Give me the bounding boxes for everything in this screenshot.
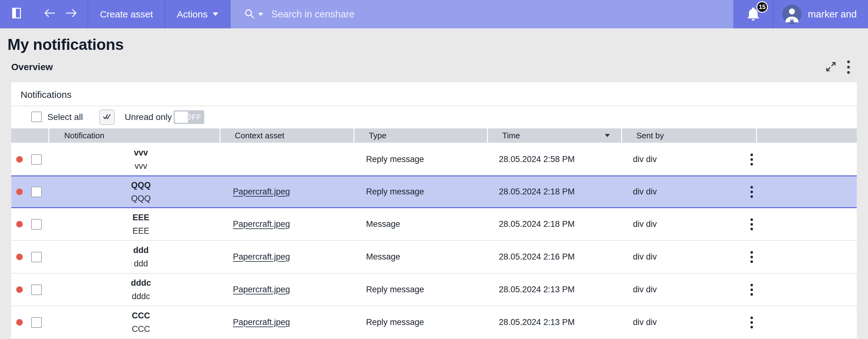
notification-title: CCC	[132, 312, 150, 320]
global-search	[230, 0, 733, 28]
column-header-time[interactable]: Time	[488, 128, 621, 143]
row-checkbox[interactable]	[31, 252, 42, 262]
type-cell: Reply message	[352, 143, 484, 175]
search-input[interactable]	[271, 9, 645, 20]
notification-subtitle: ddd	[134, 260, 148, 268]
back-arrow-icon	[44, 8, 56, 20]
time-cell: 28.05.2024 2:13 PM	[484, 274, 617, 306]
context-asset-link[interactable]: Papercraft.jpeg	[233, 317, 290, 327]
unread-dot	[16, 156, 23, 163]
kebab-icon	[750, 154, 753, 165]
mark-all-read-button[interactable]	[99, 109, 115, 125]
time-cell: 28.05.2024 2:58 PM	[484, 143, 617, 175]
column-header-context-asset[interactable]: Context asset	[220, 128, 353, 143]
row-checkbox[interactable]	[31, 187, 42, 197]
sidebar-toggle-button[interactable]	[7, 0, 26, 28]
unread-only-toggle[interactable]: OFF	[174, 110, 204, 124]
notification-row[interactable]: vvv vvv Reply message 28.05.2024 2:58 PM…	[11, 143, 857, 176]
row-indicator-cell	[11, 274, 48, 306]
widget-options-kebab-button[interactable]	[841, 60, 856, 74]
type-cell: Reply message	[352, 274, 484, 306]
row-actions-kebab-button[interactable]	[745, 150, 759, 169]
context-asset-link[interactable]: Papercraft.jpeg	[233, 285, 290, 295]
forward-button[interactable]	[64, 0, 78, 28]
row-checkbox[interactable]	[31, 154, 42, 165]
notification-row[interactable]: CCC CCC Papercraft.jpeg Reply message 28…	[11, 306, 857, 339]
time-cell: 28.05.2024 2:18 PM	[484, 176, 617, 207]
context-asset-link[interactable]: Papercraft.jpeg	[233, 187, 290, 197]
expand-widget-button[interactable]	[824, 60, 838, 74]
notifications-table-body: vvv vvv Reply message 28.05.2024 2:58 PM…	[11, 143, 857, 339]
sent-by-cell: div div	[617, 306, 751, 338]
notifications-toolbar: Select all Unread only OFF	[11, 106, 857, 128]
row-indicator-cell	[11, 176, 48, 207]
sent-by-cell: div div	[617, 241, 751, 273]
row-actions-kebab-button[interactable]	[745, 280, 759, 299]
notification-cell: CCC CCC	[48, 306, 219, 338]
unread-dot	[16, 286, 23, 293]
kebab-icon	[750, 218, 753, 230]
row-indicator-cell	[11, 208, 48, 240]
create-asset-button[interactable]: Create asset	[88, 0, 165, 28]
notifications-badge: 15	[756, 1, 768, 13]
sent-by-cell: div div	[617, 208, 751, 240]
context-asset-link[interactable]: Papercraft.jpeg	[233, 219, 290, 229]
notification-subtitle: QQQ	[131, 195, 151, 203]
sent-by-cell: div div	[617, 274, 751, 306]
row-actions-kebab-button[interactable]	[745, 248, 759, 266]
user-menu-button[interactable]: marker and	[774, 0, 868, 28]
row-checkbox[interactable]	[31, 219, 42, 230]
sent-by-cell: div div	[617, 143, 751, 175]
row-checkbox[interactable]	[31, 317, 42, 328]
notification-subtitle: CCC	[132, 325, 150, 333]
row-actions-kebab-button[interactable]	[745, 313, 759, 332]
unread-dot	[16, 189, 23, 195]
select-all-checkbox[interactable]	[31, 111, 42, 122]
row-indicator-cell	[11, 306, 48, 338]
notification-row[interactable]: QQQ QQQ Papercraft.jpeg Reply message 28…	[11, 175, 857, 208]
chevron-down-icon	[213, 12, 218, 16]
column-header-select	[11, 128, 48, 143]
actions-menu-button[interactable]: Actions	[165, 0, 230, 28]
row-checkbox[interactable]	[31, 284, 42, 295]
create-asset-label: Create asset	[100, 9, 153, 20]
table-header: Notification Context asset Type Time Sen…	[11, 128, 857, 143]
type-cell: Message	[352, 241, 484, 273]
avatar	[782, 5, 802, 24]
sort-desc-icon	[605, 134, 610, 137]
kebab-icon	[750, 251, 753, 263]
unread-dot	[16, 319, 23, 326]
row-indicator-cell	[11, 241, 48, 273]
kebab-icon	[750, 316, 753, 329]
notification-row[interactable]: ddd ddd Papercraft.jpeg Message 28.05.20…	[11, 241, 857, 274]
notification-row[interactable]: EEE EEE Papercraft.jpeg Message 28.05.20…	[11, 208, 857, 241]
select-all-label: Select all	[48, 106, 83, 128]
search-scope-caret-icon[interactable]	[258, 13, 263, 16]
time-cell: 28.05.2024 2:16 PM	[484, 241, 617, 273]
notification-cell: QQQ QQQ	[48, 176, 219, 207]
column-header-type[interactable]: Type	[354, 128, 487, 143]
context-asset-cell: Papercraft.jpeg	[219, 274, 352, 306]
type-cell: Message	[352, 208, 484, 240]
unread-dot	[16, 221, 23, 228]
back-button[interactable]	[43, 0, 57, 28]
double-check-icon	[102, 113, 111, 122]
notifications-bell-button[interactable]: 15	[733, 0, 773, 28]
context-asset-link[interactable]: Papercraft.jpeg	[233, 252, 290, 262]
sidebar-toggle-icon	[12, 7, 21, 22]
search-icon	[244, 8, 255, 20]
kebab-icon	[750, 186, 753, 198]
notification-title: EEE	[132, 213, 149, 222]
user-name: marker and	[808, 9, 857, 20]
column-header-sent-by[interactable]: Sent by	[622, 128, 756, 143]
unread-dot	[16, 253, 23, 260]
column-header-notification[interactable]: Notification	[49, 128, 219, 143]
panel-title: Notifications	[11, 82, 857, 106]
row-actions-kebab-button[interactable]	[745, 182, 759, 201]
kebab-icon	[847, 61, 850, 74]
notification-row[interactable]: dddc dddc Papercraft.jpeg Reply message …	[11, 274, 857, 306]
notification-cell: dddc dddc	[48, 274, 219, 306]
notification-title: QQQ	[131, 181, 151, 190]
row-actions-kebab-button[interactable]	[745, 215, 759, 234]
context-asset-cell: Papercraft.jpeg	[219, 306, 352, 338]
